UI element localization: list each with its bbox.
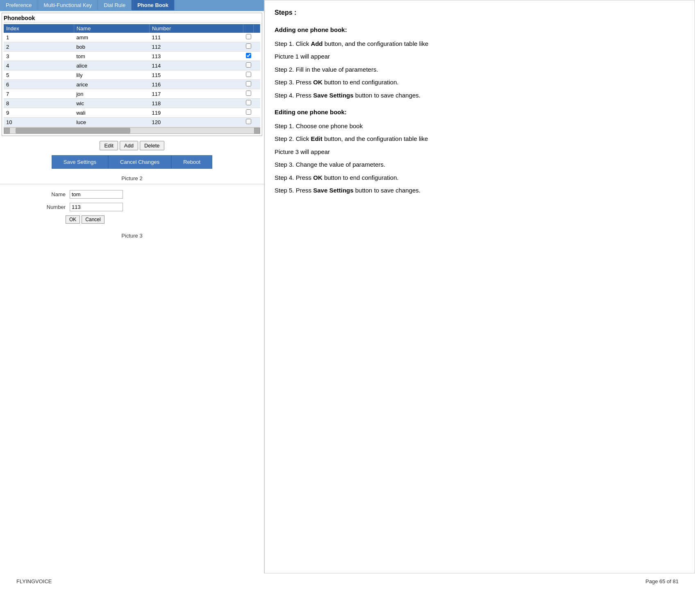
cell-index: 5 [4, 70, 74, 80]
cell-name: amm [74, 33, 149, 42]
phone-table: Index Name Number 1amm1112bob1123tom1134… [4, 24, 260, 127]
ok-button[interactable]: OK [66, 215, 80, 224]
hscroll-thumb [16, 128, 130, 134]
table-row[interactable]: 3tom113 [4, 52, 260, 61]
adding-step-4: Step 4. Press Save Settings button to sa… [275, 90, 685, 101]
cell-checkbox[interactable] [243, 61, 254, 70]
name-label: Name [33, 191, 66, 197]
cell-checkbox[interactable] [243, 33, 254, 42]
cell-checkbox[interactable] [243, 89, 254, 99]
editing-step-2b: Picture 3 will appear [275, 147, 685, 157]
cell-index: 9 [4, 108, 74, 118]
form-section: Name Number OK Cancel [0, 184, 264, 229]
table-row[interactable]: 7jon117 [4, 89, 260, 99]
action-buttons: Save Settings Cancel Changes Reboot [0, 152, 264, 172]
cell-name: luce [74, 118, 149, 127]
right-panel: Steps : Adding one phone book: Step 1. C… [264, 0, 695, 573]
cell-index: 2 [4, 42, 74, 52]
phonebook-title: Phonebook [4, 15, 260, 23]
adding-heading: Adding one phone book: [275, 25, 685, 35]
save-settings-button[interactable]: Save Settings [52, 155, 108, 169]
cell-name: lily [74, 70, 149, 80]
footer-page-info: Page 65 of 81 [645, 578, 679, 584]
number-input[interactable] [70, 203, 123, 211]
cell-index: 10 [4, 118, 74, 127]
picture2-label: Picture 2 [0, 172, 264, 184]
cell-name: tom [74, 52, 149, 61]
picture3-label: Picture 3 [0, 229, 264, 241]
cell-index: 6 [4, 80, 74, 89]
table-row[interactable]: 9wali119 [4, 108, 260, 118]
editing-step-2: Step 2. Click Edit button, and the confi… [275, 134, 685, 144]
phonebook-section: Phonebook Index Name Number [2, 13, 262, 136]
cell-checkbox[interactable] [243, 80, 254, 89]
name-input[interactable] [70, 190, 123, 199]
cell-index: 4 [4, 61, 74, 70]
adding-step-3: Step 3. Press OK button to end configura… [275, 77, 685, 88]
cell-name: jon [74, 89, 149, 99]
table-row[interactable]: 10luce120 [4, 118, 260, 127]
cell-number: 119 [150, 108, 243, 118]
form-cancel-button[interactable]: Cancel [82, 215, 104, 224]
cell-name: wali [74, 108, 149, 118]
adding-step-1: Step 1. Click Add button, and the config… [275, 38, 685, 49]
tab-bar: Preference Multi-Functional Key Dial Rul… [0, 0, 264, 11]
cell-index: 7 [4, 89, 74, 99]
reboot-button[interactable]: Reboot [171, 155, 212, 169]
cell-checkbox[interactable] [243, 70, 254, 80]
delete-button[interactable]: Delete [140, 141, 164, 150]
table-row[interactable]: 1amm111 [4, 33, 260, 42]
tab-phonebook[interactable]: Phone Book [132, 0, 175, 10]
cell-number: 112 [150, 42, 243, 52]
editing-step-4: Step 4. Press OK button to end configura… [275, 172, 685, 183]
cell-number: 111 [150, 33, 243, 42]
tab-dialrule[interactable]: Dial Rule [98, 0, 132, 10]
table-row[interactable]: 8wic118 [4, 99, 260, 108]
cell-number: 120 [150, 118, 243, 127]
editing-step-3: Step 3. Change the value of parameters. [275, 159, 685, 170]
cell-name: bob [74, 42, 149, 52]
cell-checkbox[interactable] [243, 118, 254, 127]
cell-checkbox[interactable] [243, 42, 254, 52]
name-row: Name [0, 190, 264, 199]
add-button[interactable]: Add [120, 141, 138, 150]
cell-index: 8 [4, 99, 74, 108]
hscroll-bar[interactable] [4, 127, 260, 134]
editing-step-5: Step 5. Press Save Settings button to sa… [275, 185, 685, 196]
cell-name: alice [74, 61, 149, 70]
col-check [243, 24, 254, 33]
table-wrapper: Index Name Number 1amm1112bob1123tom1134… [4, 24, 260, 127]
table-row[interactable]: 6arice116 [4, 80, 260, 89]
left-panel: Preference Multi-Functional Key Dial Rul… [0, 0, 264, 573]
editing-heading: Editing one phone book: [275, 107, 685, 118]
tab-preference[interactable]: Preference [0, 0, 38, 10]
table-row[interactable]: 2bob112 [4, 42, 260, 52]
cancel-changes-button[interactable]: Cancel Changes [108, 155, 171, 169]
form-action-buttons: OK Cancel [0, 215, 264, 224]
cell-name: arice [74, 80, 149, 89]
cell-checkbox[interactable] [243, 108, 254, 118]
table-scroll-area[interactable]: Index Name Number 1amm1112bob1123tom1134… [4, 24, 260, 127]
cell-name: wic [74, 99, 149, 108]
edit-button[interactable]: Edit [100, 141, 118, 150]
edit-buttons: Edit Add Delete [0, 138, 264, 152]
cell-number: 115 [150, 70, 243, 80]
cell-number: 117 [150, 89, 243, 99]
cell-checkbox[interactable] [243, 99, 254, 108]
footer: FLYINGVOICE Page 65 of 81 [0, 573, 695, 589]
table-row[interactable]: 4alice114 [4, 61, 260, 70]
cell-index: 3 [4, 52, 74, 61]
cell-number: 114 [150, 61, 243, 70]
adding-step-2: Step 2. Fill in the value of parameters. [275, 64, 685, 75]
cell-number: 113 [150, 52, 243, 61]
cell-checkbox[interactable] [243, 52, 254, 61]
col-index: Index [4, 24, 74, 33]
col-name: Name [74, 24, 149, 33]
cell-index: 1 [4, 33, 74, 42]
number-row: Number [0, 203, 264, 211]
tab-multifunctional[interactable]: Multi-Functional Key [38, 0, 98, 10]
footer-company: FLYINGVOICE [16, 578, 52, 584]
cell-number: 118 [150, 99, 243, 108]
table-row[interactable]: 5lily115 [4, 70, 260, 80]
steps-title: Steps : [275, 7, 685, 18]
